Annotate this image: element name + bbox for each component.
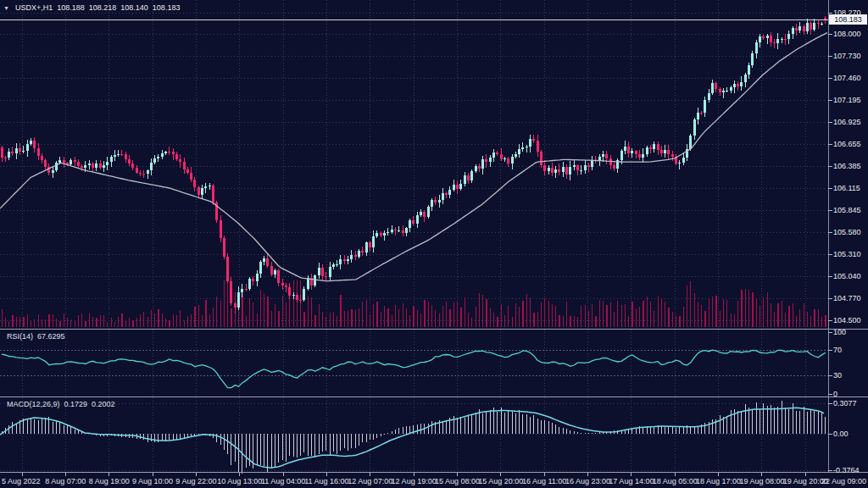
rsi-value: 67.6295 (37, 332, 65, 341)
chart-canvas[interactable] (0, 0, 868, 488)
time-tick-label: 9 Aug 10:00 (132, 477, 173, 485)
price-tick-label: 105.845 (833, 206, 861, 214)
price-tick-label: 104.500 (833, 316, 861, 324)
macd-level-label: 0.00 (833, 430, 849, 438)
ohlc-high: 108.218 (89, 3, 117, 12)
time-tick-label: 8 Aug 19:00 (89, 477, 130, 485)
price-tick-label: 106.115 (833, 184, 860, 192)
ohlc-low: 108.140 (120, 3, 148, 12)
time-tick-label: 5 Aug 2022 (2, 477, 41, 485)
time-tick-label: 10 Aug 13:00 (217, 477, 262, 485)
pane-splitter-rsi[interactable] (0, 327, 868, 332)
price-tick-label: 107.460 (833, 74, 861, 82)
macd-indicator-label: MACD(12,26,9) 0.1729 0.2002 (7, 400, 115, 408)
symbol-timeframe-label: USDX+,H1 (15, 3, 53, 12)
price-tick-label: 105.580 (833, 228, 861, 236)
macd-level-label: -0.3764 (833, 466, 860, 474)
rsi-name: RSI(14) (7, 332, 33, 341)
symbol-dropdown-icon[interactable]: ▼ (3, 5, 9, 11)
rsi-indicator-label: RSI(14) 67.6295 (7, 332, 65, 341)
price-tick-label: 106.385 (833, 162, 861, 170)
time-tick-label: 12 Aug 07:00 (348, 477, 392, 485)
macd-level-label: 0.3077 (833, 399, 857, 408)
time-tick-label: 15 Aug 08:00 (435, 477, 480, 485)
time-tick-label: 8 Aug 07:00 (45, 477, 86, 485)
time-tick-label: 11 Aug 04:00 (261, 477, 305, 485)
chart-ohlc-header: ▼ USDX+,H1 108.188 108.218 108.140 108.1… (3, 3, 180, 12)
price-tick-label: 104.770 (833, 294, 861, 302)
macd-name: MACD(12,26,9) (7, 400, 60, 408)
time-tick-label: 18 Aug 17:00 (696, 477, 741, 485)
last-price-tag: 108.183 (829, 14, 867, 25)
time-tick-label: 11 Aug 16:00 (304, 477, 348, 485)
time-tick-label: 19 Aug 08:00 (739, 477, 784, 485)
time-tick-label: 22 Aug 09:00 (821, 477, 866, 485)
price-tick-label: 105.040 (833, 272, 861, 280)
time-tick-label: 12 Aug 19:00 (392, 477, 437, 485)
price-tick-label: 107.730 (833, 52, 861, 60)
time-tick-label: 16 Aug 23:00 (565, 477, 610, 485)
price-tick-label: 108.000 (833, 30, 861, 38)
price-tick-label: 107.195 (833, 96, 861, 104)
trading-chart-window: ▼ USDX+,H1 108.188 108.218 108.140 108.1… (0, 0, 868, 488)
ohlc-open: 108.188 (57, 3, 85, 12)
time-tick-label: 17 Aug 14:00 (609, 477, 654, 485)
time-tick-label: 15 Aug 20:00 (478, 477, 523, 485)
time-tick-label: 18 Aug 05:00 (653, 477, 698, 485)
ohlc-close: 108.183 (153, 3, 181, 12)
macd-main-value: 0.1729 (64, 400, 88, 408)
macd-signal-value: 0.2002 (92, 400, 115, 408)
time-tick-label: 16 Aug 11:00 (522, 477, 566, 485)
rsi-level-label: 70 (833, 346, 842, 354)
price-tick-label: 106.925 (833, 118, 861, 126)
rsi-level-label: 30 (833, 371, 842, 380)
pane-splitter-macd[interactable] (0, 395, 868, 400)
price-tick-label: 106.655 (833, 140, 861, 148)
price-tick-label: 105.310 (833, 250, 861, 258)
time-tick-label: 9 Aug 22:00 (175, 477, 216, 485)
